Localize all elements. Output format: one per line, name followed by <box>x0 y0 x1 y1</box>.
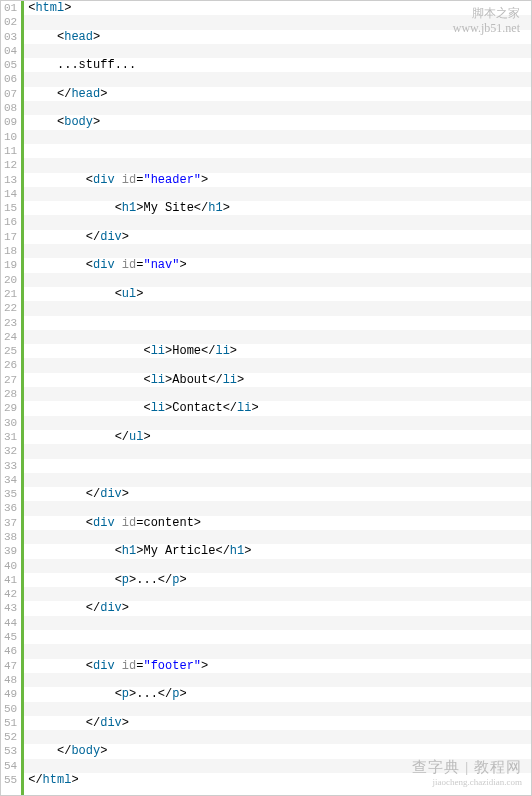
line-number: 41 <box>1 573 21 587</box>
code-line[interactable] <box>24 101 531 115</box>
line-number: 22 <box>1 301 21 315</box>
line-number: 37 <box>1 516 21 530</box>
line-number: 08 <box>1 101 21 115</box>
code-line[interactable]: <li>Home</li> <box>24 344 531 358</box>
code-area[interactable]: <html> <head> ...stuff... </head> <body>… <box>24 1 531 795</box>
code-line[interactable]: <div id="nav"> <box>24 258 531 272</box>
code-line[interactable] <box>24 244 531 258</box>
code-line[interactable]: </div> <box>24 716 531 730</box>
code-line[interactable] <box>24 759 531 773</box>
line-number: 40 <box>1 559 21 573</box>
code-line[interactable] <box>24 630 531 644</box>
code-line[interactable]: <li>About</li> <box>24 373 531 387</box>
line-number: 35 <box>1 487 21 501</box>
line-number: 16 <box>1 215 21 229</box>
line-number: 15 <box>1 201 21 215</box>
code-line[interactable] <box>24 702 531 716</box>
code-line[interactable]: <body> <box>24 115 531 129</box>
code-line[interactable]: </html> <box>24 773 531 787</box>
line-number: 48 <box>1 673 21 687</box>
line-number: 23 <box>1 316 21 330</box>
line-number: 39 <box>1 544 21 558</box>
line-number: 02 <box>1 15 21 29</box>
line-number: 24 <box>1 330 21 344</box>
line-number: 49 <box>1 687 21 701</box>
code-line[interactable] <box>24 387 531 401</box>
line-number: 45 <box>1 630 21 644</box>
code-line[interactable] <box>24 158 531 172</box>
code-line[interactable]: <p>...</p> <box>24 573 531 587</box>
line-number: 26 <box>1 358 21 372</box>
line-number: 32 <box>1 444 21 458</box>
code-line[interactable] <box>24 330 531 344</box>
code-line[interactable] <box>24 459 531 473</box>
code-line[interactable] <box>24 144 531 158</box>
code-line[interactable]: ...stuff... <box>24 58 531 72</box>
code-line[interactable]: <h1>My Article</h1> <box>24 544 531 558</box>
line-number: 09 <box>1 115 21 129</box>
line-number: 18 <box>1 244 21 258</box>
code-line[interactable]: </div> <box>24 601 531 615</box>
line-number: 33 <box>1 459 21 473</box>
code-line[interactable]: <li>Contact</li> <box>24 401 531 415</box>
line-number: 11 <box>1 144 21 158</box>
line-number: 28 <box>1 387 21 401</box>
line-number: 14 <box>1 187 21 201</box>
code-line[interactable] <box>24 44 531 58</box>
code-line[interactable] <box>24 416 531 430</box>
line-number: 44 <box>1 616 21 630</box>
code-line[interactable]: <html> <box>24 1 531 15</box>
code-line[interactable] <box>24 730 531 744</box>
code-line[interactable] <box>24 673 531 687</box>
code-line[interactable] <box>24 501 531 515</box>
code-line[interactable]: <div id=content> <box>24 516 531 530</box>
code-line[interactable] <box>24 473 531 487</box>
code-line[interactable] <box>24 130 531 144</box>
code-line[interactable] <box>24 273 531 287</box>
code-line[interactable]: </div> <box>24 487 531 501</box>
code-line[interactable]: </head> <box>24 87 531 101</box>
code-line[interactable] <box>24 72 531 86</box>
line-number: 52 <box>1 730 21 744</box>
code-line[interactable] <box>24 559 531 573</box>
code-line[interactable] <box>24 301 531 315</box>
code-line[interactable]: <ul> <box>24 287 531 301</box>
code-line[interactable] <box>24 587 531 601</box>
code-line[interactable] <box>24 444 531 458</box>
code-line[interactable]: <p>...</p> <box>24 687 531 701</box>
code-line[interactable]: <head> <box>24 30 531 44</box>
line-number-gutter: 0102030405060708091011121314151617181920… <box>1 1 24 795</box>
line-number: 25 <box>1 344 21 358</box>
code-line[interactable]: </ul> <box>24 430 531 444</box>
line-number: 55 <box>1 773 21 787</box>
code-line[interactable] <box>24 187 531 201</box>
line-number: 36 <box>1 501 21 515</box>
code-line[interactable] <box>24 644 531 658</box>
line-number: 21 <box>1 287 21 301</box>
code-line[interactable] <box>24 530 531 544</box>
line-number: 51 <box>1 716 21 730</box>
code-line[interactable]: <h1>My Site</h1> <box>24 201 531 215</box>
code-line[interactable]: </body> <box>24 744 531 758</box>
code-line[interactable] <box>24 616 531 630</box>
code-line[interactable] <box>24 358 531 372</box>
line-number: 30 <box>1 416 21 430</box>
code-line[interactable]: </div> <box>24 230 531 244</box>
code-line[interactable] <box>24 15 531 29</box>
code-line[interactable]: <div id="footer"> <box>24 659 531 673</box>
line-number: 27 <box>1 373 21 387</box>
line-number: 05 <box>1 58 21 72</box>
line-number: 46 <box>1 644 21 658</box>
code-line[interactable] <box>24 215 531 229</box>
line-number: 20 <box>1 273 21 287</box>
line-number: 07 <box>1 87 21 101</box>
line-number: 10 <box>1 130 21 144</box>
line-number: 03 <box>1 30 21 44</box>
code-line[interactable] <box>24 316 531 330</box>
line-number: 38 <box>1 530 21 544</box>
line-number: 12 <box>1 158 21 172</box>
line-number: 17 <box>1 230 21 244</box>
code-line[interactable]: <div id="header"> <box>24 173 531 187</box>
line-number: 01 <box>1 1 21 15</box>
code-block: 0102030405060708091011121314151617181920… <box>0 0 532 796</box>
